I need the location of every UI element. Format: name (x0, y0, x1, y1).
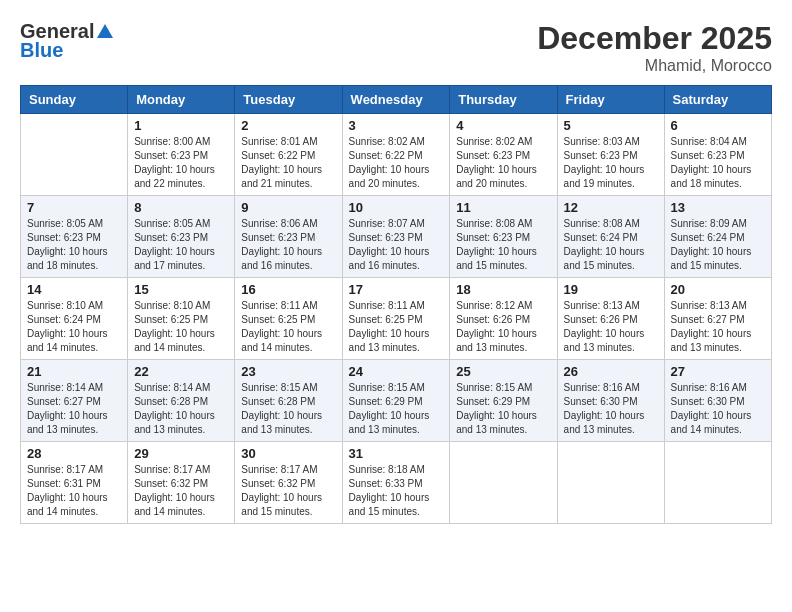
calendar-week-row: 28Sunrise: 8:17 AM Sunset: 6:31 PM Dayli… (21, 442, 772, 524)
calendar-day-cell: 13Sunrise: 8:09 AM Sunset: 6:24 PM Dayli… (664, 196, 771, 278)
calendar-day-cell: 17Sunrise: 8:11 AM Sunset: 6:25 PM Dayli… (342, 278, 450, 360)
weekday-header: Friday (557, 86, 664, 114)
day-info: Sunrise: 8:07 AM Sunset: 6:23 PM Dayligh… (349, 217, 444, 273)
month-year: December 2025 (537, 20, 772, 57)
calendar-day-cell: 4Sunrise: 8:02 AM Sunset: 6:23 PM Daylig… (450, 114, 557, 196)
day-number: 31 (349, 446, 444, 461)
day-number: 9 (241, 200, 335, 215)
calendar-day-cell: 26Sunrise: 8:16 AM Sunset: 6:30 PM Dayli… (557, 360, 664, 442)
day-number: 3 (349, 118, 444, 133)
day-info: Sunrise: 8:15 AM Sunset: 6:28 PM Dayligh… (241, 381, 335, 437)
day-info: Sunrise: 8:15 AM Sunset: 6:29 PM Dayligh… (456, 381, 550, 437)
day-number: 4 (456, 118, 550, 133)
calendar-day-cell: 1Sunrise: 8:00 AM Sunset: 6:23 PM Daylig… (128, 114, 235, 196)
weekday-header: Saturday (664, 86, 771, 114)
day-info: Sunrise: 8:13 AM Sunset: 6:26 PM Dayligh… (564, 299, 658, 355)
svg-marker-0 (97, 24, 113, 38)
day-number: 27 (671, 364, 765, 379)
calendar-body: 1Sunrise: 8:00 AM Sunset: 6:23 PM Daylig… (21, 114, 772, 524)
logo: General Blue (20, 20, 115, 62)
calendar-day-cell: 15Sunrise: 8:10 AM Sunset: 6:25 PM Dayli… (128, 278, 235, 360)
calendar-day-cell: 21Sunrise: 8:14 AM Sunset: 6:27 PM Dayli… (21, 360, 128, 442)
calendar-week-row: 21Sunrise: 8:14 AM Sunset: 6:27 PM Dayli… (21, 360, 772, 442)
day-info: Sunrise: 8:11 AM Sunset: 6:25 PM Dayligh… (349, 299, 444, 355)
header: General Blue December 2025 Mhamid, Moroc… (20, 20, 772, 75)
day-number: 22 (134, 364, 228, 379)
calendar-day-cell: 20Sunrise: 8:13 AM Sunset: 6:27 PM Dayli… (664, 278, 771, 360)
day-number: 1 (134, 118, 228, 133)
calendar-day-cell: 28Sunrise: 8:17 AM Sunset: 6:31 PM Dayli… (21, 442, 128, 524)
day-number: 26 (564, 364, 658, 379)
day-info: Sunrise: 8:03 AM Sunset: 6:23 PM Dayligh… (564, 135, 658, 191)
day-number: 13 (671, 200, 765, 215)
calendar-day-cell: 22Sunrise: 8:14 AM Sunset: 6:28 PM Dayli… (128, 360, 235, 442)
calendar-day-cell: 12Sunrise: 8:08 AM Sunset: 6:24 PM Dayli… (557, 196, 664, 278)
calendar-day-cell (450, 442, 557, 524)
weekday-header: Sunday (21, 86, 128, 114)
day-info: Sunrise: 8:13 AM Sunset: 6:27 PM Dayligh… (671, 299, 765, 355)
calendar-day-cell: 16Sunrise: 8:11 AM Sunset: 6:25 PM Dayli… (235, 278, 342, 360)
day-info: Sunrise: 8:10 AM Sunset: 6:25 PM Dayligh… (134, 299, 228, 355)
day-info: Sunrise: 8:16 AM Sunset: 6:30 PM Dayligh… (564, 381, 658, 437)
calendar-day-cell: 25Sunrise: 8:15 AM Sunset: 6:29 PM Dayli… (450, 360, 557, 442)
calendar-day-cell: 24Sunrise: 8:15 AM Sunset: 6:29 PM Dayli… (342, 360, 450, 442)
day-number: 23 (241, 364, 335, 379)
calendar-day-cell: 5Sunrise: 8:03 AM Sunset: 6:23 PM Daylig… (557, 114, 664, 196)
calendar-day-cell: 31Sunrise: 8:18 AM Sunset: 6:33 PM Dayli… (342, 442, 450, 524)
day-number: 28 (27, 446, 121, 461)
day-info: Sunrise: 8:05 AM Sunset: 6:23 PM Dayligh… (134, 217, 228, 273)
day-number: 7 (27, 200, 121, 215)
day-number: 20 (671, 282, 765, 297)
day-info: Sunrise: 8:04 AM Sunset: 6:23 PM Dayligh… (671, 135, 765, 191)
day-info: Sunrise: 8:08 AM Sunset: 6:24 PM Dayligh… (564, 217, 658, 273)
calendar-week-row: 14Sunrise: 8:10 AM Sunset: 6:24 PM Dayli… (21, 278, 772, 360)
day-number: 5 (564, 118, 658, 133)
day-info: Sunrise: 8:16 AM Sunset: 6:30 PM Dayligh… (671, 381, 765, 437)
calendar-day-cell (664, 442, 771, 524)
day-info: Sunrise: 8:17 AM Sunset: 6:32 PM Dayligh… (241, 463, 335, 519)
logo-blue-text: Blue (20, 39, 63, 62)
calendar-day-cell: 27Sunrise: 8:16 AM Sunset: 6:30 PM Dayli… (664, 360, 771, 442)
day-number: 21 (27, 364, 121, 379)
logo-icon (95, 22, 115, 42)
calendar-week-row: 7Sunrise: 8:05 AM Sunset: 6:23 PM Daylig… (21, 196, 772, 278)
calendar-day-cell: 19Sunrise: 8:13 AM Sunset: 6:26 PM Dayli… (557, 278, 664, 360)
calendar-day-cell: 10Sunrise: 8:07 AM Sunset: 6:23 PM Dayli… (342, 196, 450, 278)
day-number: 12 (564, 200, 658, 215)
day-number: 10 (349, 200, 444, 215)
day-number: 8 (134, 200, 228, 215)
day-info: Sunrise: 8:14 AM Sunset: 6:28 PM Dayligh… (134, 381, 228, 437)
calendar-header-row: SundayMondayTuesdayWednesdayThursdayFrid… (21, 86, 772, 114)
day-number: 16 (241, 282, 335, 297)
calendar-day-cell (21, 114, 128, 196)
calendar-day-cell: 30Sunrise: 8:17 AM Sunset: 6:32 PM Dayli… (235, 442, 342, 524)
day-info: Sunrise: 8:09 AM Sunset: 6:24 PM Dayligh… (671, 217, 765, 273)
calendar-day-cell: 2Sunrise: 8:01 AM Sunset: 6:22 PM Daylig… (235, 114, 342, 196)
day-info: Sunrise: 8:15 AM Sunset: 6:29 PM Dayligh… (349, 381, 444, 437)
weekday-header: Tuesday (235, 86, 342, 114)
day-info: Sunrise: 8:08 AM Sunset: 6:23 PM Dayligh… (456, 217, 550, 273)
day-info: Sunrise: 8:17 AM Sunset: 6:31 PM Dayligh… (27, 463, 121, 519)
day-number: 18 (456, 282, 550, 297)
day-number: 29 (134, 446, 228, 461)
calendar: SundayMondayTuesdayWednesdayThursdayFrid… (20, 85, 772, 524)
day-info: Sunrise: 8:12 AM Sunset: 6:26 PM Dayligh… (456, 299, 550, 355)
location: Mhamid, Morocco (537, 57, 772, 75)
calendar-day-cell: 7Sunrise: 8:05 AM Sunset: 6:23 PM Daylig… (21, 196, 128, 278)
calendar-day-cell (557, 442, 664, 524)
weekday-header: Monday (128, 86, 235, 114)
calendar-day-cell: 23Sunrise: 8:15 AM Sunset: 6:28 PM Dayli… (235, 360, 342, 442)
day-info: Sunrise: 8:14 AM Sunset: 6:27 PM Dayligh… (27, 381, 121, 437)
calendar-day-cell: 14Sunrise: 8:10 AM Sunset: 6:24 PM Dayli… (21, 278, 128, 360)
day-info: Sunrise: 8:05 AM Sunset: 6:23 PM Dayligh… (27, 217, 121, 273)
day-number: 30 (241, 446, 335, 461)
day-number: 11 (456, 200, 550, 215)
day-info: Sunrise: 8:01 AM Sunset: 6:22 PM Dayligh… (241, 135, 335, 191)
calendar-day-cell: 11Sunrise: 8:08 AM Sunset: 6:23 PM Dayli… (450, 196, 557, 278)
calendar-day-cell: 8Sunrise: 8:05 AM Sunset: 6:23 PM Daylig… (128, 196, 235, 278)
day-number: 25 (456, 364, 550, 379)
day-number: 17 (349, 282, 444, 297)
calendar-day-cell: 6Sunrise: 8:04 AM Sunset: 6:23 PM Daylig… (664, 114, 771, 196)
day-info: Sunrise: 8:00 AM Sunset: 6:23 PM Dayligh… (134, 135, 228, 191)
calendar-day-cell: 18Sunrise: 8:12 AM Sunset: 6:26 PM Dayli… (450, 278, 557, 360)
